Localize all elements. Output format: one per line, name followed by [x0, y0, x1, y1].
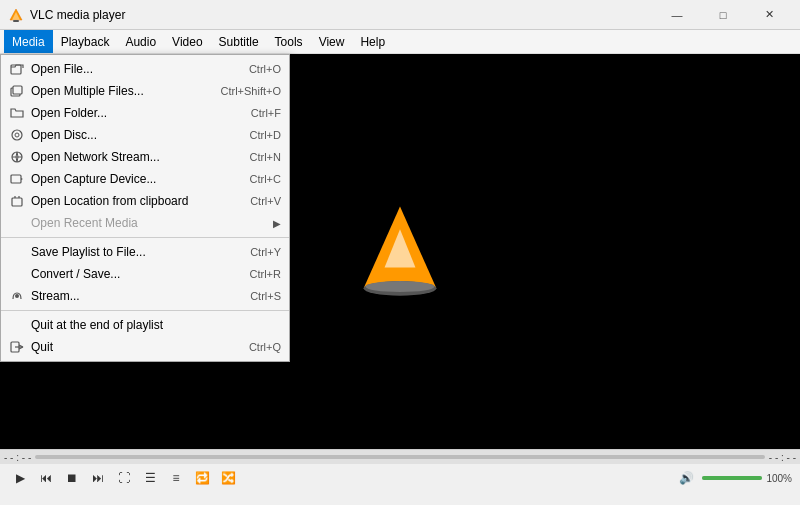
menu-subtitle[interactable]: Subtitle — [211, 30, 267, 53]
save-playlist-icon — [9, 244, 25, 260]
convert-save-icon — [9, 266, 25, 282]
svg-point-6 — [12, 130, 22, 140]
window-controls: — □ ✕ — [654, 0, 792, 30]
menu-open-disc[interactable]: Open Disc... Ctrl+D — [1, 124, 289, 146]
menu-stream[interactable]: Stream... Ctrl+S — [1, 285, 289, 307]
bottom-bar: - - : - - - - : - - ▶ ⏮ ⏹ ⏭ ⛶ ☰ ≡ 🔁 🔀 🔊 … — [0, 449, 800, 505]
stream-icon — [9, 288, 25, 304]
vlc-cone-logo — [350, 202, 450, 302]
playlist-button[interactable]: ≡ — [164, 467, 188, 489]
convert-save-shortcut: Ctrl+R — [250, 268, 281, 280]
menu-help[interactable]: Help — [352, 30, 393, 53]
menu-playback[interactable]: Playback — [53, 30, 118, 53]
volume-track[interactable] — [702, 476, 762, 480]
open-location-label: Open Location from clipboard — [31, 194, 250, 208]
fullscreen-button[interactable]: ⛶ — [112, 467, 136, 489]
open-multiple-icon — [9, 83, 25, 99]
quit-label: Quit — [31, 340, 249, 354]
quit-end-icon — [9, 317, 25, 333]
open-folder-icon — [9, 105, 25, 121]
open-capture-shortcut: Ctrl+C — [250, 173, 281, 185]
menu-audio[interactable]: Audio — [117, 30, 164, 53]
separator-2 — [1, 310, 289, 311]
next-button[interactable]: ⏭ — [86, 467, 110, 489]
app-icon — [8, 7, 24, 23]
menu-save-playlist[interactable]: Save Playlist to File... Ctrl+Y — [1, 241, 289, 263]
title-bar: VLC media player — □ ✕ — [0, 0, 800, 30]
open-multiple-shortcut: Ctrl+Shift+O — [220, 85, 281, 97]
menu-open-network[interactable]: Open Network Stream... Ctrl+N — [1, 146, 289, 168]
open-file-icon — [9, 61, 25, 77]
open-network-label: Open Network Stream... — [31, 150, 250, 164]
time-start: - - : - - — [4, 452, 31, 463]
open-capture-label: Open Capture Device... — [31, 172, 250, 186]
volume-icon[interactable]: 🔊 — [674, 467, 698, 489]
quit-icon — [9, 339, 25, 355]
volume-label: 100% — [766, 473, 792, 484]
stream-label: Stream... — [31, 289, 250, 303]
open-file-label: Open File... — [31, 62, 249, 76]
maximize-button[interactable]: □ — [700, 0, 746, 30]
svg-point-15 — [15, 294, 19, 298]
svg-point-25 — [365, 281, 434, 292]
svg-point-7 — [15, 133, 19, 137]
open-location-icon — [9, 193, 25, 209]
media-dropdown: Open File... Ctrl+O Open Multiple Files.… — [0, 54, 290, 362]
close-button[interactable]: ✕ — [746, 0, 792, 30]
svg-marker-11 — [21, 178, 23, 180]
open-multiple-label: Open Multiple Files... — [31, 84, 220, 98]
menu-convert-save[interactable]: Convert / Save... Ctrl+R — [1, 263, 289, 285]
svg-rect-2 — [13, 20, 19, 22]
convert-save-label: Convert / Save... — [31, 267, 250, 281]
open-recent-label: Open Recent Media — [31, 216, 273, 230]
menu-open-recent: Open Recent Media ▶ — [1, 212, 289, 234]
open-recent-arrow: ▶ — [273, 218, 281, 229]
window-title: VLC media player — [30, 8, 654, 22]
menu-open-folder[interactable]: Open Folder... Ctrl+F — [1, 102, 289, 124]
svg-rect-5 — [13, 86, 22, 94]
menu-open-multiple[interactable]: Open Multiple Files... Ctrl+Shift+O — [1, 80, 289, 102]
open-network-icon — [9, 149, 25, 165]
extended-button[interactable]: ☰ — [138, 467, 162, 489]
menu-quit[interactable]: Quit Ctrl+Q — [1, 336, 289, 358]
stop-button[interactable]: ⏹ — [60, 467, 84, 489]
time-end: - - : - - — [769, 452, 796, 463]
open-disc-shortcut: Ctrl+D — [250, 129, 281, 141]
stream-shortcut: Ctrl+S — [250, 290, 281, 302]
svg-rect-10 — [11, 175, 21, 183]
quit-shortcut: Ctrl+Q — [249, 341, 281, 353]
minimize-button[interactable]: — — [654, 0, 700, 30]
play-button[interactable]: ▶ — [8, 467, 32, 489]
menu-open-location[interactable]: Open Location from clipboard Ctrl+V — [1, 190, 289, 212]
open-disc-icon — [9, 127, 25, 143]
menu-open-file[interactable]: Open File... Ctrl+O — [1, 58, 289, 80]
menu-tools[interactable]: Tools — [267, 30, 311, 53]
menu-quit-end[interactable]: Quit at the end of playlist — [1, 314, 289, 336]
open-folder-label: Open Folder... — [31, 106, 251, 120]
open-capture-icon — [9, 171, 25, 187]
svg-rect-3 — [11, 65, 21, 74]
controls-row: ▶ ⏮ ⏹ ⏭ ⛶ ☰ ≡ 🔁 🔀 🔊 100% — [0, 464, 800, 492]
svg-rect-12 — [12, 198, 22, 206]
progress-track[interactable] — [35, 455, 765, 459]
menu-open-capture[interactable]: Open Capture Device... Ctrl+C — [1, 168, 289, 190]
menu-media[interactable]: Media — [4, 30, 53, 53]
volume-area: 🔊 100% — [674, 467, 792, 489]
quit-end-label: Quit at the end of playlist — [31, 318, 281, 332]
menu-view[interactable]: View — [311, 30, 353, 53]
menu-bar: Media Playback Audio Video Subtitle Tool… — [0, 30, 800, 54]
menu-video[interactable]: Video — [164, 30, 210, 53]
save-playlist-shortcut: Ctrl+Y — [250, 246, 281, 258]
separator-1 — [1, 237, 289, 238]
open-file-shortcut: Ctrl+O — [249, 63, 281, 75]
open-disc-label: Open Disc... — [31, 128, 250, 142]
volume-fill — [702, 476, 762, 480]
open-location-shortcut: Ctrl+V — [250, 195, 281, 207]
open-recent-icon — [9, 215, 25, 231]
main-content: Open File... Ctrl+O Open Multiple Files.… — [0, 54, 800, 449]
prev-button[interactable]: ⏮ — [34, 467, 58, 489]
loop-button[interactable]: 🔁 — [190, 467, 214, 489]
random-button[interactable]: 🔀 — [216, 467, 240, 489]
progress-bar-area: - - : - - - - : - - — [0, 450, 800, 464]
open-folder-shortcut: Ctrl+F — [251, 107, 281, 119]
